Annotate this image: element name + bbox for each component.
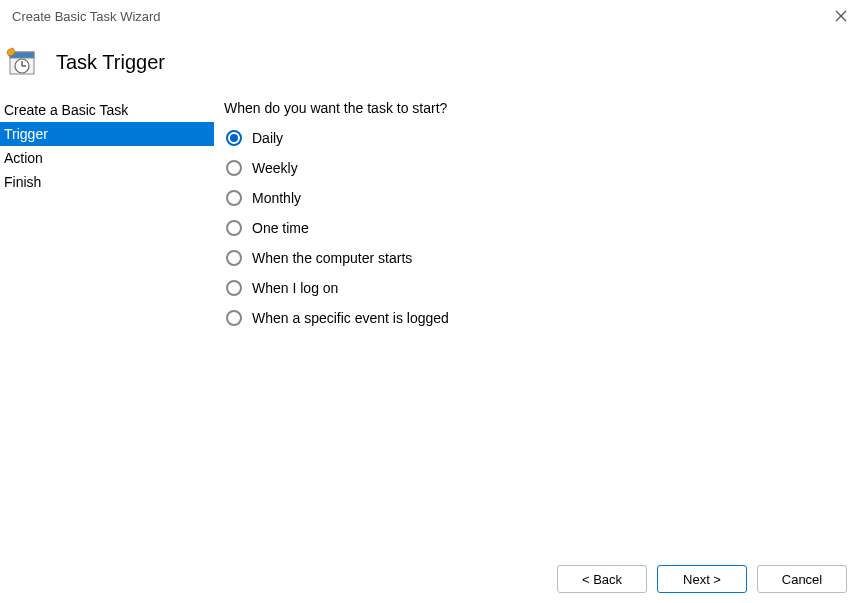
option-one-time[interactable]: One time [226,220,851,236]
sidebar-item-trigger[interactable]: Trigger [0,122,214,146]
back-button[interactable]: < Back [557,565,647,593]
cancel-button[interactable]: Cancel [757,565,847,593]
sidebar-item-action[interactable]: Action [0,146,214,170]
sidebar-item-label: Trigger [4,126,48,142]
option-monthly[interactable]: Monthly [226,190,851,206]
sidebar-item-label: Action [4,150,43,166]
sidebar-item-finish[interactable]: Finish [0,170,214,194]
radio-icon [226,250,242,266]
next-button[interactable]: Next > [657,565,747,593]
window-title: Create Basic Task Wizard [12,9,161,24]
radio-icon [226,160,242,176]
wizard-icon [6,46,38,78]
sidebar-item-label: Finish [4,174,41,190]
sidebar-item-label: Create a Basic Task [4,102,128,118]
radio-icon [226,130,242,146]
option-label: Monthly [252,190,301,206]
trigger-options: Daily Weekly Monthly One time When the c… [224,130,851,326]
option-label: Daily [252,130,283,146]
wizard-header: Task Trigger [0,32,861,98]
option-weekly[interactable]: Weekly [226,160,851,176]
radio-icon [226,220,242,236]
radio-icon [226,280,242,296]
option-label: When a specific event is logged [252,310,449,326]
option-event-logged[interactable]: When a specific event is logged [226,310,851,326]
trigger-prompt: When do you want the task to start? [224,100,851,116]
titlebar: Create Basic Task Wizard [0,0,861,32]
option-log-on[interactable]: When I log on [226,280,851,296]
wizard-content: Create a Basic Task Trigger Action Finis… [0,98,861,547]
page-title: Task Trigger [56,51,165,74]
radio-icon [226,310,242,326]
radio-icon [226,190,242,206]
wizard-footer: < Back Next > Cancel [0,555,861,603]
option-label: One time [252,220,309,236]
option-label: Weekly [252,160,298,176]
option-computer-starts[interactable]: When the computer starts [226,250,851,266]
option-label: When the computer starts [252,250,412,266]
close-icon[interactable] [833,8,849,24]
option-label: When I log on [252,280,338,296]
wizard-main: When do you want the task to start? Dail… [214,98,861,547]
option-daily[interactable]: Daily [226,130,851,146]
wizard-sidebar: Create a Basic Task Trigger Action Finis… [0,98,214,547]
sidebar-item-create-basic-task[interactable]: Create a Basic Task [0,98,214,122]
